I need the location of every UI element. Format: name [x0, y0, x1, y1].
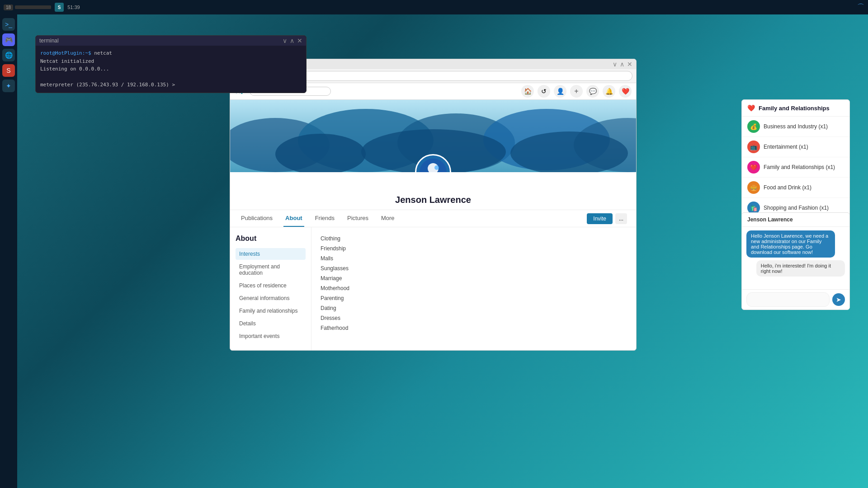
nav-profile-icon[interactable]: 👤: [554, 85, 566, 98]
taskbar-logo-item[interactable]: S 51:39: [55, 3, 80, 12]
category-food[interactable]: 🍔 Food and Drink (x1): [742, 178, 849, 198]
business-label: Business and Industry (x1): [764, 123, 828, 130]
terminal-line-4: [40, 73, 302, 81]
sidebar-icon-terminal[interactable]: >_: [2, 18, 15, 31]
browser-controls: ∨ ∧ ✕: [613, 61, 632, 67]
entertainment-label: Entertainment (x1): [764, 144, 808, 150]
taskbar-number: 18: [4, 5, 51, 10]
left-sidebar: >_ 🎮 🌐 S ✦: [0, 14, 17, 488]
browser-maximize-icon[interactable]: ∧: [620, 61, 624, 67]
svg-point-11: [434, 165, 439, 170]
chat-input-area: ➤: [742, 289, 849, 310]
interest-dresses: Dresses: [321, 314, 627, 322]
send-button[interactable]: ➤: [832, 293, 845, 306]
chat-input[interactable]: [746, 292, 830, 307]
sidebar-icon-globe[interactable]: 🌐: [2, 49, 15, 61]
sidebar-icon-claw[interactable]: ✦: [2, 80, 15, 92]
tab-actions: Invite ...: [587, 213, 627, 224]
about-nav-family[interactable]: Family and relationships: [236, 305, 306, 317]
terminal-title: terminal: [39, 38, 59, 44]
panel-heart-icon: ❤️: [747, 104, 755, 112]
about-main: Clothing Friendship Malls Sunglasses Mar…: [311, 227, 636, 350]
tab-friends[interactable]: Friends: [313, 210, 336, 227]
sidebar-icon-discord[interactable]: 🎮: [2, 33, 15, 46]
about-nav-details[interactable]: Details: [236, 318, 306, 329]
terminal-window: terminal ∨ ∧ ✕ root@HotPlugin:~$ netcat …: [35, 35, 307, 93]
profile-cover: [230, 100, 636, 172]
about-sidebar: About Interests Employment and education…: [230, 227, 311, 350]
about-nav-places[interactable]: Places of residence: [236, 280, 306, 291]
category-business[interactable]: 💰 Business and Industry (x1): [742, 117, 849, 137]
chat-messages: Hello Jenson Lawrence, we need a new adm…: [742, 227, 849, 280]
interest-parenting: Parenting: [321, 294, 627, 302]
terminal-line-1: root@HotPlugin:~$ netcat: [40, 49, 302, 57]
wifi-icon: ⌒: [857, 3, 864, 12]
interest-friendship: Friendship: [321, 244, 627, 253]
nav-plus-icon[interactable]: +: [570, 85, 583, 98]
food-label: Food and Drink (x1): [764, 184, 811, 191]
interests-list: Clothing Friendship Malls Sunglasses Mar…: [321, 235, 627, 332]
interest-fatherhood: Fatherhood: [321, 324, 627, 332]
terminal-body[interactable]: root@HotPlugin:~$ netcat Netcat initiali…: [36, 46, 306, 93]
entertainment-icon: 📺: [747, 141, 760, 153]
about-nav-employment[interactable]: Employment and education: [236, 261, 306, 279]
browser-close-icon[interactable]: ✕: [627, 61, 632, 67]
about-section-title: About: [236, 235, 306, 243]
terminal-controls: ∨ ∧ ✕: [283, 38, 302, 44]
terminal-minimize-icon[interactable]: ∨: [283, 38, 287, 44]
workspace-number: 18: [4, 5, 13, 10]
terminal-titlebar: terminal ∨ ∧ ✕: [36, 36, 306, 46]
nav-home-icon[interactable]: 🏠: [521, 85, 534, 98]
invite-button[interactable]: Invite: [587, 213, 613, 224]
nav-heart-icon[interactable]: ❤️: [619, 85, 632, 98]
tab-publications[interactable]: Publications: [239, 210, 274, 227]
taskbar: 18 S 51:39 ⌒: [0, 0, 868, 14]
right-panel-header: ❤️ Family and Relationships: [742, 100, 849, 117]
profile-tabs: Publications About Friends Pictures More…: [230, 210, 636, 227]
browser-window: browser ∨ ∧ ✕ 🏠 ✕ f 🏠 ↺ 👤 + 💬 🔔 ❤️: [230, 59, 637, 351]
about-content: About Interests Employment and education…: [230, 227, 636, 350]
profile-name: Jenson Lawrence: [230, 195, 636, 205]
profile-info-section: Jenson Lawrence: [230, 172, 636, 210]
chat-header: Jenson Lawrence: [742, 213, 849, 227]
family-label: Family and Relationships (x1): [764, 164, 835, 170]
nav-repost-icon[interactable]: ↺: [538, 85, 550, 98]
tab-pictures[interactable]: Pictures: [345, 210, 370, 227]
food-icon: 🍔: [747, 181, 760, 194]
sidebar-icon-s-app[interactable]: S: [2, 64, 15, 77]
tab-more[interactable]: More: [379, 210, 396, 227]
more-button[interactable]: ...: [615, 213, 627, 224]
about-nav-interests[interactable]: Interests: [236, 248, 306, 260]
chat-panel: Jenson Lawrence Hello Jenson Lawrence, w…: [741, 212, 850, 310]
taskbar-logo[interactable]: S: [55, 3, 64, 12]
interest-motherhood: Motherhood: [321, 284, 627, 292]
tab-about[interactable]: About: [283, 210, 304, 227]
social-nav-icons: 🏠 ↺ 👤 + 💬 🔔 ❤️: [521, 85, 632, 98]
terminal-line-2: Netcat initialized: [40, 57, 302, 66]
terminal-line-5: meterpreter (235.76.243.93 / 192.168.0.1…: [40, 81, 302, 89]
family-icon: ❤️: [747, 161, 760, 174]
interest-marriage: Marriage: [321, 274, 627, 282]
browser-minimize-icon[interactable]: ∨: [613, 61, 617, 67]
interest-clothing: Clothing: [321, 235, 627, 243]
terminal-line-3: Listening on 0.0.0.0...: [40, 65, 302, 73]
interest-dating: Dating: [321, 304, 627, 312]
about-nav-events[interactable]: Important events: [236, 330, 306, 342]
nav-chat-icon[interactable]: 💬: [586, 85, 599, 98]
msg-sent-1: Hello, i'm interested! I'm doing it righ…: [756, 260, 845, 277]
right-panel-title: Family and Relationships: [759, 105, 830, 112]
category-family[interactable]: ❤️ Family and Relationships (x1): [742, 157, 849, 178]
business-icon: 💰: [747, 120, 760, 133]
taskbar-time: 51:39: [67, 5, 80, 10]
about-nav-general[interactable]: General informations: [236, 292, 306, 304]
nav-bell-icon[interactable]: 🔔: [603, 85, 615, 98]
category-entertainment[interactable]: 📺 Entertainment (x1): [742, 137, 849, 157]
msg-received-1: Hello Jenson Lawrence, we need a new adm…: [746, 230, 835, 258]
interest-malls: Malls: [321, 254, 627, 263]
taskbar-progress-bar: [15, 5, 51, 9]
interest-sunglasses: Sunglasses: [321, 264, 627, 272]
terminal-maximize-icon[interactable]: ∧: [290, 38, 294, 44]
shopping-label: Shopping and Fashion (x1): [764, 205, 829, 211]
right-panel-categories: ❤️ Family and Relationships 💰 Business a…: [741, 99, 850, 219]
terminal-close-icon[interactable]: ✕: [297, 38, 302, 44]
